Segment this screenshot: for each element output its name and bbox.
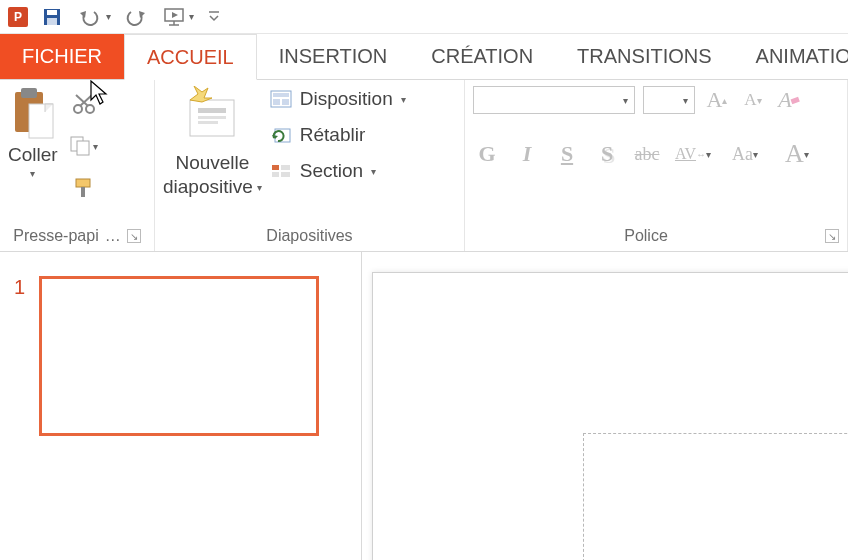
- increase-font-button[interactable]: A▴: [703, 86, 731, 114]
- svg-rect-16: [76, 179, 90, 187]
- svg-rect-17: [81, 187, 85, 197]
- tab-animations[interactable]: ANIMATIONS: [734, 34, 848, 79]
- ribbon-tabs: FICHIER ACCUEIL INSERTION CRÉATION TRANS…: [0, 34, 848, 80]
- ribbon-body: Coller ▾ ▾ Presse-papi… ↘ Nouvelle diapo: [0, 80, 848, 252]
- quick-access-toolbar: P ▾ ▾: [0, 0, 848, 34]
- reset-button[interactable]: Rétablir: [270, 124, 406, 146]
- undo-dropdown-icon[interactable]: ▾: [106, 11, 111, 22]
- change-case-button[interactable]: Aa▾: [725, 140, 765, 168]
- group-font-label: Police: [473, 227, 819, 245]
- svg-rect-24: [273, 99, 280, 105]
- new-slide-icon: [180, 86, 244, 150]
- tab-insert[interactable]: INSERTION: [257, 34, 410, 79]
- svg-rect-1: [47, 10, 57, 15]
- group-clipboard-label: Presse-papi: [13, 227, 98, 245]
- svg-rect-27: [272, 165, 279, 170]
- svg-rect-20: [198, 116, 226, 119]
- section-button[interactable]: Section ▾: [270, 160, 406, 182]
- tab-home[interactable]: ACCUEIL: [124, 34, 257, 80]
- strikethrough-button[interactable]: abc: [633, 140, 661, 168]
- svg-rect-2: [47, 18, 57, 25]
- paste-dropdown-icon[interactable]: ▾: [30, 168, 35, 179]
- svg-rect-25: [282, 99, 289, 105]
- bold-button[interactable]: G: [473, 140, 501, 168]
- reset-label: Rétablir: [300, 124, 365, 146]
- copy-button[interactable]: ▾: [66, 132, 102, 160]
- save-icon[interactable]: [42, 7, 62, 27]
- svg-rect-31: [790, 97, 799, 104]
- group-slides-label: Diapositives: [266, 227, 352, 245]
- section-label: Section: [300, 160, 363, 182]
- decrease-font-button[interactable]: A▾: [739, 86, 767, 114]
- new-slide-button[interactable]: Nouvelle diapositive ▾: [163, 86, 262, 198]
- svg-rect-28: [281, 165, 290, 170]
- start-presentation-icon[interactable]: ▾: [163, 6, 194, 28]
- italic-button[interactable]: I: [513, 140, 541, 168]
- font-dialog-launcher[interactable]: ↘: [825, 229, 839, 243]
- thumbnail-row[interactable]: 1: [14, 276, 347, 436]
- clipboard-dialog-launcher[interactable]: ↘: [127, 229, 141, 243]
- underline-button[interactable]: S: [553, 140, 581, 168]
- svg-rect-30: [281, 172, 290, 177]
- svg-rect-8: [21, 88, 37, 98]
- new-slide-dropdown-icon[interactable]: ▾: [257, 182, 262, 193]
- layout-icon: [270, 88, 292, 110]
- svg-rect-23: [273, 93, 289, 97]
- slide-thumbnail-panel[interactable]: 1: [0, 252, 362, 560]
- section-icon: [270, 160, 292, 182]
- eraser-icon: [790, 93, 800, 107]
- present-dropdown-icon[interactable]: ▾: [189, 11, 194, 22]
- paste-label: Coller: [8, 144, 58, 166]
- font-size-combo[interactable]: ▾: [643, 86, 695, 114]
- text-placeholder[interactable]: [583, 433, 848, 560]
- reset-icon: [270, 124, 292, 146]
- slide-canvas-area: [362, 252, 848, 560]
- format-painter-icon: [72, 177, 96, 199]
- font-color-button[interactable]: A▾: [777, 140, 817, 168]
- app-icon[interactable]: P: [8, 7, 28, 27]
- copy-icon: [69, 135, 93, 157]
- group-clipboard: Coller ▾ ▾ Presse-papi… ↘: [0, 80, 155, 251]
- layout-button[interactable]: Disposition ▾: [270, 88, 406, 110]
- redo-icon[interactable]: [125, 7, 149, 27]
- edit-area: 1: [0, 252, 848, 560]
- char-spacing-button[interactable]: AV↔▾: [673, 140, 713, 168]
- customize-qat-icon[interactable]: [208, 10, 220, 24]
- slide-canvas[interactable]: [372, 272, 848, 560]
- scissors-icon: [72, 93, 96, 115]
- clear-format-button[interactable]: A: [775, 86, 803, 114]
- layout-label: Disposition: [300, 88, 393, 110]
- svg-rect-21: [198, 121, 218, 124]
- undo-icon[interactable]: ▾: [76, 7, 111, 27]
- svg-rect-29: [272, 172, 279, 177]
- format-painter-button[interactable]: [66, 174, 102, 202]
- new-slide-label-2: diapositive: [163, 176, 253, 198]
- group-slides: Nouvelle diapositive ▾ Disposition ▾ Rét…: [155, 80, 465, 251]
- svg-rect-9: [29, 104, 53, 138]
- svg-rect-19: [198, 108, 226, 113]
- clipboard-icon: [11, 86, 55, 142]
- thumbnail-index: 1: [14, 276, 25, 299]
- new-slide-label-1: Nouvelle: [175, 152, 249, 174]
- tab-file[interactable]: FICHIER: [0, 34, 124, 79]
- svg-rect-15: [77, 141, 89, 155]
- group-font: ▾ ▾ A▴ A▾ A G I S S abc AV↔▾ Aa▾ A▾ Poli…: [465, 80, 848, 251]
- cut-button[interactable]: [66, 90, 102, 118]
- tab-transitions[interactable]: TRANSITIONS: [555, 34, 733, 79]
- paste-button[interactable]: Coller ▾: [8, 86, 58, 179]
- slide-thumbnail[interactable]: [39, 276, 319, 436]
- tab-design[interactable]: CRÉATION: [409, 34, 555, 79]
- font-name-combo[interactable]: ▾: [473, 86, 635, 114]
- shadow-button[interactable]: S: [593, 140, 621, 168]
